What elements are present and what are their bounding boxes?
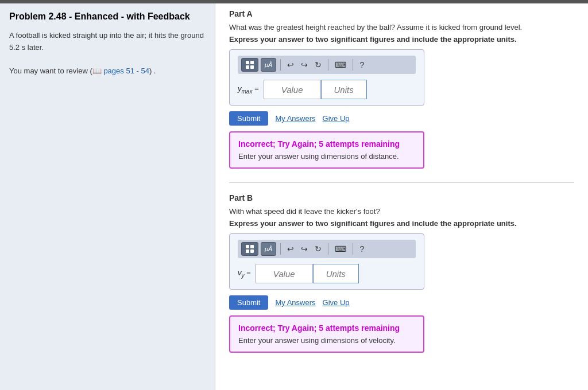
part-a-units-input[interactable] [321, 80, 367, 99]
part-b-question: With what speed did it leave the kicker'… [229, 207, 574, 216]
part-b-submit-row: Submit My Answers Give Up [229, 295, 574, 310]
part-a-give-up-button[interactable]: Give Up [323, 114, 350, 123]
part-a-instruction: Express your answer to two significant f… [229, 35, 574, 44]
part-a-grid-button[interactable] [241, 58, 258, 72]
part-a-eq-label: ymax = [238, 84, 259, 95]
part-b-submit-button[interactable]: Submit [229, 295, 268, 310]
part-a-submit-row: Submit My Answers Give Up [229, 111, 574, 126]
part-b-label: Part B [229, 193, 574, 202]
problem-title: Problem 2.48 - Enhanced - with Feedback [9, 11, 206, 22]
svg-rect-6 [246, 249, 249, 253]
part-a-section: Part A What was the greatest height reac… [229, 9, 574, 169]
part-b-give-up-button[interactable]: Give Up [323, 298, 350, 307]
part-b-greek-button[interactable]: μÅ [261, 242, 276, 256]
part-b-section: Part B With what speed did it leave the … [229, 193, 574, 353]
part-b-toolbar-divider-2 [328, 243, 328, 255]
svg-rect-1 [250, 61, 254, 64]
part-a-toolbar-divider-3 [353, 59, 353, 71]
problem-description: A football is kicked straight up into th… [9, 30, 206, 54]
sidebar: Problem 2.48 - Enhanced - with Feedback … [0, 0, 215, 390]
part-a-keyboard-button[interactable]: ⌨ [332, 59, 349, 71]
part-b-instruction: Express your answer to two significant f… [229, 219, 574, 228]
part-b-keyboard-button[interactable]: ⌨ [332, 243, 349, 255]
review-link-icon: 📖 [92, 67, 104, 75]
part-a-toolbar: μÅ ↩ ↪ ↻ ⌨ ? [238, 56, 416, 74]
part-b-help-button[interactable]: ? [357, 243, 366, 255]
part-a-feedback-title: Incorrect; Try Again; 5 attempts remaini… [238, 139, 415, 149]
svg-rect-5 [250, 245, 254, 248]
part-b-refresh-button[interactable]: ↻ [312, 243, 324, 255]
review-link[interactable]: 📖 pages 51 - 54 [92, 67, 149, 75]
part-b-toolbar-divider-3 [353, 243, 353, 255]
part-b-input-row: vy = [238, 264, 416, 283]
part-b-toolbar: μÅ ↩ ↪ ↻ ⌨ ? [238, 240, 416, 258]
svg-rect-2 [246, 65, 249, 69]
part-b-units-input[interactable] [313, 264, 359, 283]
top-bar [0, 0, 588, 3]
svg-rect-0 [246, 61, 249, 64]
part-a-greek-button[interactable]: μÅ [261, 58, 276, 72]
svg-rect-7 [250, 249, 254, 253]
part-a-answer-box: μÅ ↩ ↪ ↻ ⌨ ? ymax = [229, 49, 424, 106]
part-a-refresh-button[interactable]: ↻ [312, 59, 324, 71]
part-a-feedback-body: Enter your answer using dimensions of di… [238, 152, 415, 161]
part-b-toolbar-divider-1 [280, 243, 281, 255]
part-b-my-answers-button[interactable]: My Answers [275, 298, 315, 307]
part-a-feedback-box: Incorrect; Try Again; 5 attempts remaini… [229, 131, 424, 169]
part-a-label: Part A [229, 9, 574, 18]
svg-rect-4 [246, 245, 249, 248]
part-a-my-answers-button[interactable]: My Answers [275, 114, 315, 123]
part-a-value-input[interactable] [264, 80, 321, 99]
part-a-toolbar-divider-1 [280, 59, 281, 71]
part-b-undo-button[interactable]: ↩ [285, 243, 296, 255]
part-b-answer-box: μÅ ↩ ↪ ↻ ⌨ ? vy = [229, 233, 424, 290]
part-b-grid-button[interactable] [241, 242, 258, 256]
part-a-help-button[interactable]: ? [357, 59, 366, 71]
part-divider [229, 182, 574, 183]
part-b-eq-label: vy = [238, 268, 251, 279]
review-text: You may want to review (📖 pages 51 - 54)… [9, 65, 206, 77]
part-b-feedback-body: Enter your answer using dimensions of ve… [238, 336, 415, 345]
part-b-redo-button[interactable]: ↪ [299, 243, 310, 255]
main-content: Part A What was the greatest height reac… [215, 0, 588, 390]
part-a-question: What was the greatest height reached by … [229, 23, 574, 32]
part-a-toolbar-divider-2 [328, 59, 328, 71]
part-b-feedback-title: Incorrect; Try Again; 5 attempts remaini… [238, 323, 415, 333]
part-a-input-row: ymax = [238, 80, 416, 99]
part-a-redo-button[interactable]: ↪ [299, 59, 310, 71]
part-b-feedback-box: Incorrect; Try Again; 5 attempts remaini… [229, 315, 424, 353]
part-a-undo-button[interactable]: ↩ [285, 59, 296, 71]
part-a-submit-button[interactable]: Submit [229, 111, 268, 126]
part-b-value-input[interactable] [256, 264, 313, 283]
svg-rect-3 [250, 65, 254, 69]
